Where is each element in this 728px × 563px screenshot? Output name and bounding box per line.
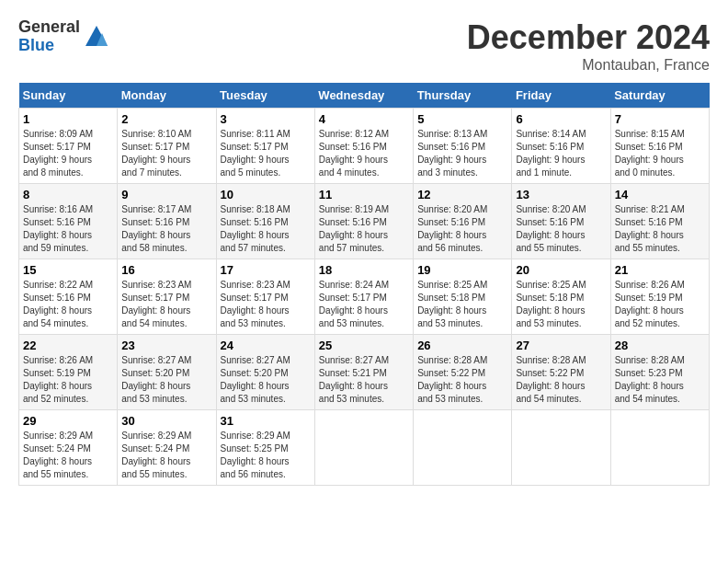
- calendar-day-cell: 6Sunrise: 8:14 AM Sunset: 5:16 PM Daylig…: [512, 109, 610, 184]
- day-info: Sunrise: 8:28 AM Sunset: 5:22 PM Dayligh…: [516, 354, 606, 406]
- calendar-day-cell: 1Sunrise: 8:09 AM Sunset: 5:17 PM Daylig…: [19, 109, 118, 184]
- day-number: 3: [221, 112, 311, 126]
- day-number: 28: [615, 339, 705, 352]
- calendar-week-row: 8Sunrise: 8:16 AM Sunset: 5:16 PM Daylig…: [19, 184, 710, 259]
- location-subtitle: Montauban, France: [467, 57, 710, 74]
- day-info: Sunrise: 8:24 AM Sunset: 5:17 PM Dayligh…: [319, 279, 409, 330]
- day-number: 8: [23, 188, 113, 201]
- day-info: Sunrise: 8:25 AM Sunset: 5:18 PM Dayligh…: [417, 279, 507, 330]
- calendar-day-cell: 29Sunrise: 8:29 AM Sunset: 5:24 PM Dayli…: [19, 410, 118, 486]
- day-info: Sunrise: 8:13 AM Sunset: 5:16 PM Dayligh…: [417, 128, 507, 179]
- weekday-header: Wednesday: [314, 83, 413, 109]
- calendar-day-cell: 2Sunrise: 8:10 AM Sunset: 5:17 PM Daylig…: [118, 109, 216, 184]
- day-number: 16: [121, 263, 211, 277]
- calendar-week-row: 1Sunrise: 8:09 AM Sunset: 5:17 PM Daylig…: [19, 109, 710, 184]
- day-info: Sunrise: 8:27 AM Sunset: 5:20 PM Dayligh…: [121, 354, 211, 406]
- calendar-day-cell: 25Sunrise: 8:27 AM Sunset: 5:21 PM Dayli…: [314, 335, 413, 410]
- day-number: 14: [615, 188, 705, 201]
- calendar-week-row: 22Sunrise: 8:26 AM Sunset: 5:19 PM Dayli…: [19, 335, 710, 410]
- day-number: 30: [121, 414, 211, 428]
- calendar-day-cell: 9Sunrise: 8:17 AM Sunset: 5:16 PM Daylig…: [118, 184, 216, 259]
- day-number: 12: [417, 188, 507, 201]
- calendar-day-cell: 22Sunrise: 8:26 AM Sunset: 5:19 PM Dayli…: [19, 335, 118, 410]
- day-number: 7: [615, 112, 705, 126]
- title-block: December 2024 Montauban, France: [467, 18, 710, 74]
- calendar-day-cell: 10Sunrise: 8:18 AM Sunset: 5:16 PM Dayli…: [216, 184, 314, 259]
- weekday-header: Saturday: [610, 83, 709, 109]
- logo-blue: Blue: [18, 37, 80, 55]
- day-number: 22: [23, 339, 113, 352]
- day-number: 13: [516, 188, 606, 201]
- day-number: 31: [221, 414, 311, 428]
- calendar-table: SundayMondayTuesdayWednesdayThursdayFrid…: [18, 83, 710, 486]
- day-number: 24: [221, 339, 311, 352]
- day-number: 11: [319, 188, 409, 201]
- calendar-day-cell: 4Sunrise: 8:12 AM Sunset: 5:16 PM Daylig…: [314, 109, 413, 184]
- calendar-day-cell: 30Sunrise: 8:29 AM Sunset: 5:24 PM Dayli…: [118, 410, 216, 486]
- day-info: Sunrise: 8:23 AM Sunset: 5:17 PM Dayligh…: [221, 279, 311, 330]
- calendar-week-row: 15Sunrise: 8:22 AM Sunset: 5:16 PM Dayli…: [19, 259, 710, 335]
- calendar-header: SundayMondayTuesdayWednesdayThursdayFrid…: [19, 83, 710, 109]
- logo-icon: [84, 24, 109, 50]
- day-number: 10: [221, 188, 311, 201]
- day-info: Sunrise: 8:17 AM Sunset: 5:16 PM Dayligh…: [121, 203, 211, 255]
- day-number: 1: [23, 112, 113, 126]
- day-info: Sunrise: 8:20 AM Sunset: 5:16 PM Dayligh…: [417, 203, 507, 255]
- day-number: 26: [417, 339, 507, 352]
- day-info: Sunrise: 8:23 AM Sunset: 5:17 PM Dayligh…: [121, 279, 211, 330]
- day-number: 21: [615, 263, 705, 277]
- calendar-day-cell: 19Sunrise: 8:25 AM Sunset: 5:18 PM Dayli…: [414, 259, 512, 335]
- calendar-day-cell: 28Sunrise: 8:28 AM Sunset: 5:23 PM Dayli…: [610, 335, 709, 410]
- day-number: 4: [319, 112, 409, 126]
- day-info: Sunrise: 8:10 AM Sunset: 5:17 PM Dayligh…: [121, 128, 211, 179]
- calendar-day-cell: 7Sunrise: 8:15 AM Sunset: 5:16 PM Daylig…: [610, 109, 709, 184]
- weekday-header: Friday: [512, 83, 610, 109]
- day-number: 25: [319, 339, 409, 352]
- calendar-day-cell: 3Sunrise: 8:11 AM Sunset: 5:17 PM Daylig…: [216, 109, 314, 184]
- calendar-day-cell: 8Sunrise: 8:16 AM Sunset: 5:16 PM Daylig…: [19, 184, 118, 259]
- calendar-week-row: 29Sunrise: 8:29 AM Sunset: 5:24 PM Dayli…: [19, 410, 710, 486]
- logo: General Blue: [18, 18, 109, 55]
- calendar-day-cell: 14Sunrise: 8:21 AM Sunset: 5:16 PM Dayli…: [610, 184, 709, 259]
- day-number: 20: [516, 263, 606, 277]
- day-number: 27: [516, 339, 606, 352]
- day-number: 5: [417, 112, 507, 126]
- day-info: Sunrise: 8:15 AM Sunset: 5:16 PM Dayligh…: [615, 128, 705, 179]
- day-number: 23: [121, 339, 211, 352]
- day-info: Sunrise: 8:27 AM Sunset: 5:21 PM Dayligh…: [319, 354, 409, 406]
- calendar-day-cell: [314, 410, 413, 486]
- day-number: 6: [516, 112, 606, 126]
- day-info: Sunrise: 8:16 AM Sunset: 5:16 PM Dayligh…: [23, 203, 113, 255]
- calendar-day-cell: 20Sunrise: 8:25 AM Sunset: 5:18 PM Dayli…: [512, 259, 610, 335]
- calendar-day-cell: 24Sunrise: 8:27 AM Sunset: 5:20 PM Dayli…: [216, 335, 314, 410]
- day-info: Sunrise: 8:26 AM Sunset: 5:19 PM Dayligh…: [23, 354, 113, 406]
- day-info: Sunrise: 8:18 AM Sunset: 5:16 PM Dayligh…: [221, 203, 311, 255]
- day-info: Sunrise: 8:19 AM Sunset: 5:16 PM Dayligh…: [319, 203, 409, 255]
- day-info: Sunrise: 8:20 AM Sunset: 5:16 PM Dayligh…: [516, 203, 606, 255]
- day-info: Sunrise: 8:25 AM Sunset: 5:18 PM Dayligh…: [516, 279, 606, 330]
- calendar-day-cell: 15Sunrise: 8:22 AM Sunset: 5:16 PM Dayli…: [19, 259, 118, 335]
- calendar-day-cell: 21Sunrise: 8:26 AM Sunset: 5:19 PM Dayli…: [610, 259, 709, 335]
- weekday-header: Monday: [118, 83, 216, 109]
- day-info: Sunrise: 8:11 AM Sunset: 5:17 PM Dayligh…: [221, 128, 311, 179]
- weekday-header: Tuesday: [216, 83, 314, 109]
- day-info: Sunrise: 8:27 AM Sunset: 5:20 PM Dayligh…: [221, 354, 311, 406]
- logo-general: General: [18, 18, 80, 37]
- calendar-day-cell: [414, 410, 512, 486]
- day-info: Sunrise: 8:12 AM Sunset: 5:16 PM Dayligh…: [319, 128, 409, 179]
- calendar-day-cell: [610, 410, 709, 486]
- day-info: Sunrise: 8:29 AM Sunset: 5:24 PM Dayligh…: [23, 430, 113, 481]
- month-title: December 2024: [467, 18, 710, 57]
- calendar-day-cell: [512, 410, 610, 486]
- day-info: Sunrise: 8:29 AM Sunset: 5:24 PM Dayligh…: [121, 430, 211, 481]
- calendar-day-cell: 27Sunrise: 8:28 AM Sunset: 5:22 PM Dayli…: [512, 335, 610, 410]
- day-info: Sunrise: 8:29 AM Sunset: 5:25 PM Dayligh…: [221, 430, 311, 481]
- day-number: 18: [319, 263, 409, 277]
- calendar-day-cell: 13Sunrise: 8:20 AM Sunset: 5:16 PM Dayli…: [512, 184, 610, 259]
- day-number: 29: [23, 414, 113, 428]
- calendar-day-cell: 16Sunrise: 8:23 AM Sunset: 5:17 PM Dayli…: [118, 259, 216, 335]
- day-info: Sunrise: 8:28 AM Sunset: 5:22 PM Dayligh…: [417, 354, 507, 406]
- day-info: Sunrise: 8:09 AM Sunset: 5:17 PM Dayligh…: [23, 128, 113, 179]
- calendar-day-cell: 18Sunrise: 8:24 AM Sunset: 5:17 PM Dayli…: [314, 259, 413, 335]
- day-info: Sunrise: 8:14 AM Sunset: 5:16 PM Dayligh…: [516, 128, 606, 179]
